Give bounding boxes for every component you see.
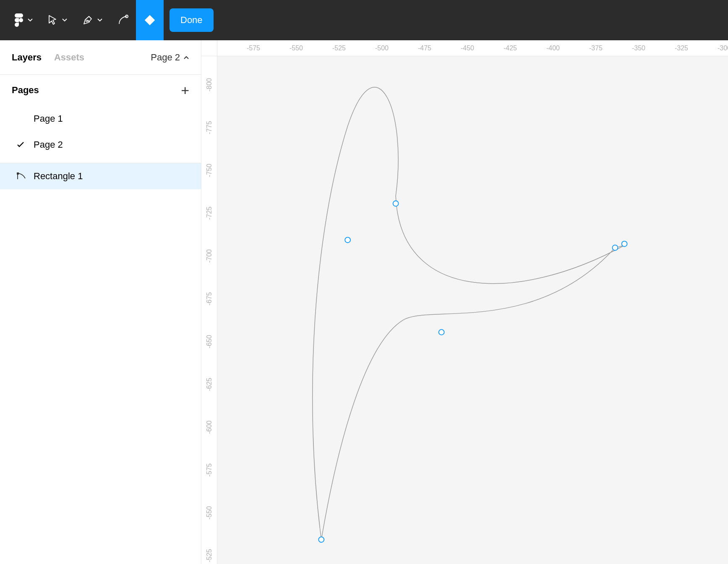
- page-selector[interactable]: Page 2: [151, 52, 189, 63]
- toolbar: Done: [0, 0, 728, 40]
- main: Layers Assets Page 2 Pages + Page 1 Page…: [0, 40, 728, 564]
- page-check-icon: [17, 142, 29, 148]
- ruler-tick: -575: [206, 462, 213, 478]
- ruler-tick: -750: [206, 162, 213, 178]
- ruler-tick: -575: [247, 40, 260, 56]
- ruler-tick: -475: [418, 40, 431, 56]
- pen-tool[interactable]: [75, 0, 110, 40]
- tab-layers[interactable]: Layers: [12, 52, 42, 63]
- ruler-tick: -675: [206, 291, 213, 307]
- ruler-tick: -650: [206, 334, 213, 350]
- anchor-point[interactable]: [612, 245, 618, 251]
- paint-bucket-tool[interactable]: [136, 0, 164, 40]
- sidebar: Layers Assets Page 2 Pages + Page 1 Page…: [0, 40, 201, 564]
- page-name: Page 1: [34, 113, 63, 124]
- ruler-tick: -500: [375, 40, 389, 56]
- chevron-down-icon: [97, 18, 102, 22]
- paint-bucket-icon: [144, 14, 156, 26]
- tab-assets[interactable]: Assets: [54, 52, 84, 63]
- chevron-up-icon: [183, 55, 189, 60]
- pages-title: Pages: [12, 85, 39, 96]
- ruler-corner: [201, 40, 217, 56]
- ruler-tick: -300: [718, 40, 728, 56]
- figma-logo-icon: [14, 13, 23, 27]
- chevron-down-icon: [62, 18, 67, 22]
- add-page-button[interactable]: +: [181, 83, 189, 97]
- figma-menu[interactable]: [7, 0, 40, 40]
- page-item[interactable]: Page 1: [0, 106, 201, 132]
- bend-icon: [117, 15, 128, 26]
- done-button[interactable]: Done: [170, 8, 214, 32]
- move-tool[interactable]: [40, 0, 75, 40]
- ruler-tick: -800: [206, 77, 213, 93]
- ruler-tick: -525: [206, 548, 213, 564]
- ruler-tick: -450: [461, 40, 474, 56]
- ruler-tick: -375: [589, 40, 603, 56]
- vector-path[interactable]: [313, 87, 624, 540]
- sidebar-header: Layers Assets Page 2: [0, 40, 201, 75]
- page-selector-label: Page 2: [151, 52, 180, 63]
- layer-item[interactable]: Rectangle 1: [0, 163, 201, 189]
- chevron-down-icon: [28, 18, 33, 22]
- anchor-point[interactable]: [318, 537, 324, 542]
- anchor-point[interactable]: [345, 237, 350, 243]
- vector-edit-layer[interactable]: [217, 56, 728, 564]
- anchor-point[interactable]: [393, 201, 399, 206]
- ruler-tick: -525: [332, 40, 346, 56]
- canvas-area: -575-550-525-500-475-450-425-400-375-350…: [201, 40, 728, 564]
- page-name: Page 2: [34, 139, 63, 150]
- ruler-tick: -775: [206, 120, 213, 136]
- ruler-tick: -700: [206, 248, 213, 264]
- ruler-tick: -325: [675, 40, 688, 56]
- ruler-horizontal[interactable]: -575-550-525-500-475-450-425-400-375-350…: [217, 40, 728, 56]
- layer-name: Rectangle 1: [34, 171, 83, 182]
- vector-layer-icon: [17, 172, 28, 180]
- page-item[interactable]: Page 2: [0, 132, 201, 158]
- svg-point-1: [86, 20, 88, 22]
- bend-tool[interactable]: [110, 0, 136, 40]
- svg-point-0: [19, 18, 23, 22]
- ruler-tick: -725: [206, 205, 213, 221]
- pages-section: Pages + Page 1 Page 2: [0, 75, 201, 163]
- ruler-tick: -550: [290, 40, 303, 56]
- cursor-icon: [48, 15, 58, 26]
- ruler-vertical[interactable]: -800-775-750-725-700-675-650-625-600-575…: [201, 56, 217, 564]
- pages-header: Pages +: [0, 75, 201, 106]
- ruler-tick: -625: [206, 376, 213, 392]
- anchor-point[interactable]: [439, 329, 444, 335]
- anchor-point[interactable]: [622, 241, 627, 247]
- ruler-tick: -400: [546, 40, 560, 56]
- canvas[interactable]: [217, 56, 728, 564]
- ruler-tick: -600: [206, 419, 213, 435]
- svg-rect-3: [17, 172, 19, 175]
- ruler-tick: -425: [504, 40, 517, 56]
- pen-icon: [82, 15, 93, 26]
- ruler-tick: -350: [632, 40, 645, 56]
- ruler-tick: -550: [206, 505, 213, 521]
